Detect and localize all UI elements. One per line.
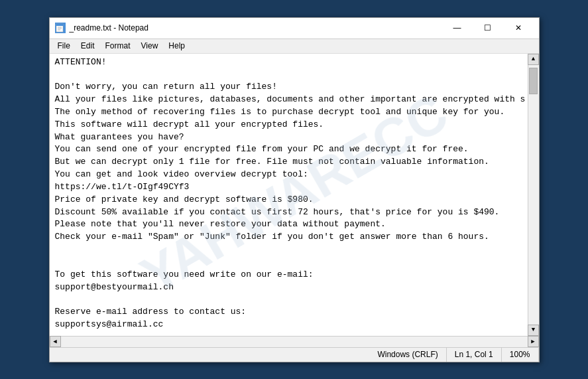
scroll-track-v[interactable] [528,65,539,325]
status-line-col: Ln 1, Col 1 [447,348,502,362]
window-title: _readme.txt - Notepad [70,23,442,33]
menu-file[interactable]: File [52,40,76,52]
statusbar: Windows (CRLF) Ln 1, Col 1 100% [50,347,539,362]
status-encoding: Windows (CRLF) [369,348,446,362]
text-editor[interactable] [50,54,528,336]
scroll-left-arrow[interactable]: ◀ [50,336,61,347]
menu-help[interactable]: Help [163,40,190,52]
scroll-right-arrow[interactable]: ▶ [528,336,539,347]
menubar: File Edit Format View Help [50,39,539,54]
status-zoom: 100% [502,348,539,362]
horizontal-scrollbar[interactable]: ◀ ▶ [50,336,539,347]
window-controls: — ☐ ✕ [442,17,534,38]
notepad-window: _readme.txt - Notepad — ☐ ✕ File Edit Fo… [49,17,540,362]
content-area: YAHWARECC ▲ ▼ [50,54,539,336]
menu-view[interactable]: View [136,40,164,52]
menu-format[interactable]: Format [100,40,136,52]
vertical-scrollbar[interactable]: ▲ ▼ [528,54,539,336]
app-icon [55,23,66,33]
scroll-thumb-v[interactable] [529,68,538,94]
menu-edit[interactable]: Edit [76,40,100,52]
svg-rect-1 [56,24,63,26]
minimize-button[interactable]: — [442,17,473,38]
scroll-down-arrow[interactable]: ▼ [528,325,539,336]
title-bar: _readme.txt - Notepad — ☐ ✕ [50,18,539,39]
maximize-button[interactable]: ☐ [473,17,503,38]
scroll-up-arrow[interactable]: ▲ [528,54,539,65]
scroll-track-h[interactable] [61,337,528,347]
close-button[interactable]: ✕ [503,17,534,38]
